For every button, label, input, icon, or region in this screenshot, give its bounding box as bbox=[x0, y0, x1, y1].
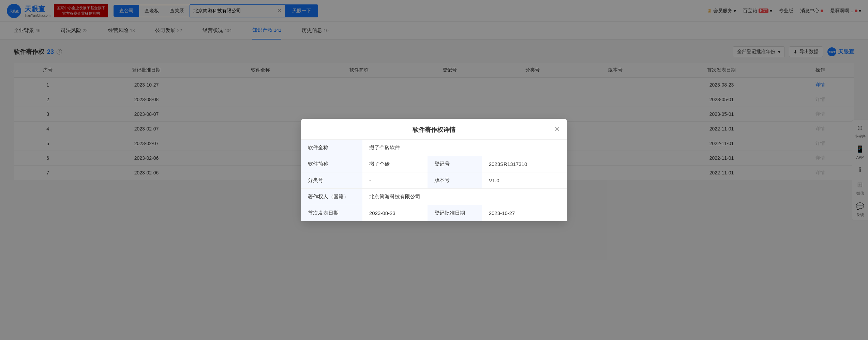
close-icon[interactable]: ✕ bbox=[554, 126, 560, 133]
label-catno: 分类号 bbox=[301, 172, 362, 187]
value-fullname: 搬了个砖软件 bbox=[362, 140, 567, 156]
value-ver: V1.0 bbox=[482, 172, 567, 187]
modal-body: 软件全称 搬了个砖软件 软件简称 搬了个砖 登记号 2023SR1317310 … bbox=[301, 140, 567, 187]
label-fullname: 软件全称 bbox=[301, 140, 362, 156]
value-regno: 2023SR1317310 bbox=[482, 156, 567, 172]
label-ver: 版本号 bbox=[428, 172, 482, 187]
detail-modal: 软件著作权详情 ✕ 软件全称 搬了个砖软件 软件简称 搬了个砖 登记号 2023… bbox=[301, 119, 567, 187]
detail-row-fullname: 软件全称 搬了个砖软件 bbox=[301, 140, 567, 156]
detail-row-shortname: 软件简称 搬了个砖 登记号 2023SR1317310 bbox=[301, 156, 567, 172]
label-regno: 登记号 bbox=[428, 156, 482, 172]
modal-title: 软件著作权详情 bbox=[413, 126, 455, 134]
modal-overlay[interactable]: 软件著作权详情 ✕ 软件全称 搬了个砖软件 软件简称 搬了个砖 登记号 2023… bbox=[0, 0, 868, 187]
detail-row-catno: 分类号 - 版本号 V1.0 bbox=[301, 172, 567, 187]
value-catno: - bbox=[362, 172, 428, 187]
detail-table: 软件全称 搬了个砖软件 软件简称 搬了个砖 登记号 2023SR1317310 … bbox=[301, 140, 567, 187]
value-shortname: 搬了个砖 bbox=[362, 156, 428, 172]
modal-header: 软件著作权详情 ✕ bbox=[301, 119, 567, 140]
label-shortname: 软件简称 bbox=[301, 156, 362, 172]
